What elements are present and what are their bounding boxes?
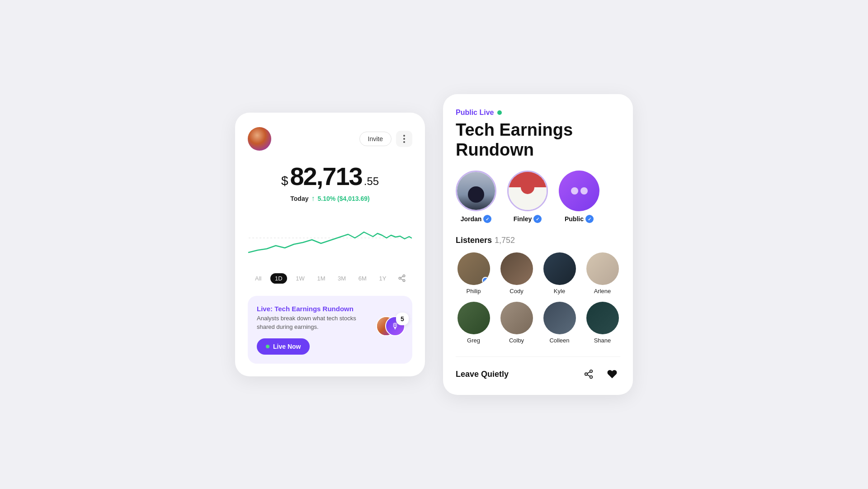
check-icon: ✓ <box>484 279 487 283</box>
jordan-avatar[interactable] <box>456 171 496 211</box>
colby-avatar[interactable] <box>500 302 533 334</box>
finley-verified-badge: ✓ <box>533 215 542 223</box>
menu-dot <box>403 138 405 140</box>
listeners-count: 1,752 <box>495 236 515 245</box>
philip-avatar[interactable]: ✓ <box>458 252 490 285</box>
listener-cody: Cody <box>499 252 534 294</box>
listener-arlene: Arlene <box>585 252 620 294</box>
live-speaker-avatars: 5 🎙 <box>376 316 405 339</box>
action-icons-group <box>580 366 620 382</box>
right-panel: Public Live Tech Earnings Rundown Jordan… <box>443 94 633 395</box>
jordan-photo <box>457 172 495 210</box>
listener-colby: Colby <box>499 302 534 344</box>
checkmark-icon: ✓ <box>536 217 539 222</box>
jordan-verified-badge: ✓ <box>483 215 491 223</box>
balance-integer: 82,713 <box>290 161 362 191</box>
colleen-name: Colleen <box>549 337 569 344</box>
header-actions: Invite <box>359 131 412 147</box>
left-header: Invite <box>248 127 412 151</box>
leave-quietly-button[interactable]: Leave Quietly <box>456 370 509 379</box>
chart-share-button[interactable] <box>395 271 409 285</box>
up-arrow-icon: ↑ <box>311 195 315 203</box>
menu-dot <box>403 135 405 137</box>
public-name-label: Public <box>565 215 584 223</box>
cody-name: Cody <box>509 288 523 294</box>
greg-avatar[interactable] <box>458 302 490 334</box>
user-avatar[interactable] <box>248 127 271 151</box>
bottom-actions: Leave Quietly <box>456 356 620 382</box>
listener-colleen: Colleen <box>542 302 577 344</box>
live-count-badge: 5 <box>396 313 409 325</box>
listeners-header: Listeners 1,752 <box>456 236 620 245</box>
kyle-name: Kyle <box>554 288 565 294</box>
arlene-name: Arlene <box>594 288 611 294</box>
invite-button[interactable]: Invite <box>359 132 392 146</box>
dollar-sign: $ <box>281 174 288 188</box>
left-panel: Invite $ 82,713 .55 Today ↑ 5.10% ($4,01… <box>235 113 425 376</box>
svg-line-5 <box>401 276 403 278</box>
public-live-row: Public Live <box>456 109 620 117</box>
chart-svg <box>248 212 412 266</box>
balance-section: $ 82,713 .55 <box>248 161 412 191</box>
tab-3m[interactable]: 3M <box>334 273 349 284</box>
public-live-label: Public Live <box>456 109 494 117</box>
live-now-label: Live Now <box>273 343 301 350</box>
checkmark-icon: ✓ <box>486 217 489 222</box>
balance-decimal: .55 <box>364 175 379 188</box>
public-name: Public ✓ <box>565 215 594 223</box>
public-verified-badge: ✓ <box>585 215 594 223</box>
tab-all[interactable]: All <box>251 273 265 284</box>
speaker-jordan: Jordan ✓ <box>456 171 496 223</box>
listener-kyle: Kyle <box>542 252 577 294</box>
live-card: Live: Tech Earnings Rundown Analysts bre… <box>248 296 412 363</box>
colleen-avatar[interactable] <box>543 302 576 334</box>
live-card-title: Live: Tech Earnings Rundown <box>257 305 403 313</box>
live-indicator-dot <box>497 110 502 115</box>
tab-1d[interactable]: 1D <box>270 273 287 284</box>
checkmark-icon: ✓ <box>588 217 591 222</box>
shane-avatar[interactable] <box>586 302 619 334</box>
finley-avatar[interactable] <box>507 171 548 211</box>
heart-button[interactable] <box>604 366 620 382</box>
tab-6m[interactable]: 6M <box>355 273 370 284</box>
live-card-desc: Analysts break down what tech stocks sha… <box>257 314 356 331</box>
speaker-public: Public ✓ <box>559 171 599 223</box>
listener-greg: Greg <box>456 302 491 344</box>
arlene-avatar[interactable] <box>586 252 619 285</box>
speaker-finley: Finley ✓ <box>507 171 548 223</box>
heart-icon <box>607 369 618 380</box>
room-title: Tech Earnings Rundown <box>456 120 620 160</box>
menu-dot <box>403 141 405 143</box>
kyle-avatar[interactable] <box>543 252 576 285</box>
cody-avatar[interactable] <box>500 252 533 285</box>
shane-name: Shane <box>594 337 611 344</box>
public-avatar-dots <box>559 171 599 211</box>
finley-name: Finley ✓ <box>514 215 542 223</box>
share-icon <box>398 274 406 282</box>
jordan-name-label: Jordan <box>461 215 482 223</box>
tab-1y[interactable]: 1Y <box>375 273 390 284</box>
philip-name: Philip <box>467 288 481 294</box>
stock-chart <box>248 212 412 266</box>
finley-name-label: Finley <box>514 215 532 223</box>
balance-display: $ 82,713 .55 <box>248 161 412 191</box>
share-icon <box>584 369 594 379</box>
svg-line-4 <box>401 279 403 280</box>
public-avatar[interactable] <box>559 171 599 211</box>
today-change-row: Today ↑ 5.10% ($4,013.69) <box>248 195 412 203</box>
tab-1m[interactable]: 1M <box>313 273 329 284</box>
tab-1w[interactable]: 1W <box>292 273 308 284</box>
live-dot <box>266 345 269 348</box>
listeners-label: Listeners <box>456 236 492 245</box>
live-now-button[interactable]: Live Now <box>257 338 310 355</box>
finley-photo <box>509 172 547 210</box>
speakers-row: Jordan ✓ Finley ✓ <box>456 171 620 223</box>
percent-change: 5.10% ($4,013.69) <box>318 195 370 202</box>
listener-philip: ✓ Philip <box>456 252 491 294</box>
greg-name: Greg <box>467 337 480 344</box>
colby-name: Colby <box>509 337 524 344</box>
menu-button[interactable] <box>396 131 412 147</box>
listener-shane: Shane <box>585 302 620 344</box>
philip-check: ✓ <box>482 277 489 284</box>
share-button[interactable] <box>580 366 597 382</box>
